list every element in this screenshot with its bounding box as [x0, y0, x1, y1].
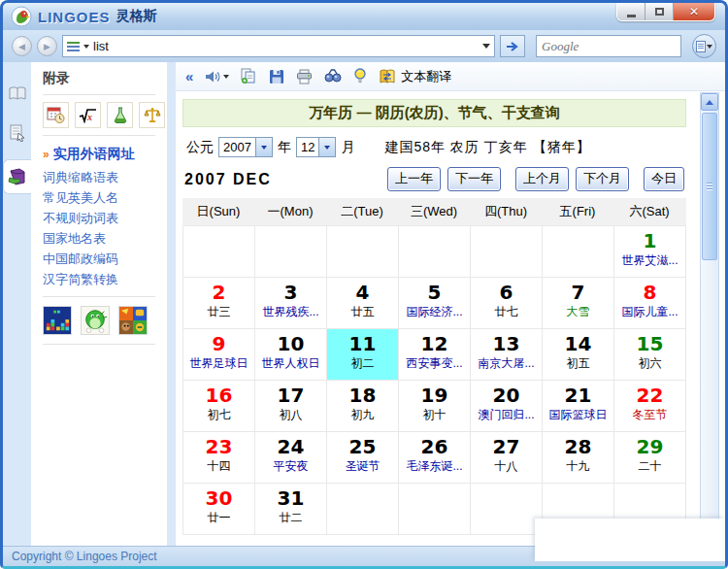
calendar-day-cell[interactable]: 20澳门回归... [471, 381, 543, 432]
prev-year-button[interactable]: 上一年 [387, 167, 441, 191]
day-label[interactable]: 南京大屠... [471, 355, 542, 372]
day-label: 廿七 [471, 304, 542, 320]
day-label[interactable]: 西安事变... [399, 355, 470, 372]
calendar-day-cell[interactable]: 31廿二 [255, 484, 327, 535]
calendar-day-cell[interactable]: 26毛泽东诞... [399, 432, 471, 484]
search-input[interactable] [93, 37, 479, 55]
calendar-tool-button[interactable] [43, 102, 69, 128]
calendar-day-cell[interactable]: 25圣诞节 [327, 432, 399, 484]
sidebar-link[interactable]: 不规则动词表 [43, 208, 167, 228]
splitter[interactable] [167, 62, 176, 546]
day-label[interactable]: 圣诞节 [327, 458, 398, 475]
calendar-day-cell[interactable]: 12西安事变... [399, 329, 471, 381]
prev-month-button[interactable]: 上个月 [515, 167, 569, 191]
day-number: 20 [471, 385, 542, 407]
next-year-button[interactable]: 下一年 [447, 167, 501, 191]
calendar-day-cell[interactable]: 13南京大屠... [471, 329, 543, 381]
calendar-day-cell[interactable]: 16初七 [183, 381, 255, 432]
search-type-dropdown-icon[interactable] [83, 45, 89, 49]
sidebar-link[interactable]: 国家地名表 [43, 228, 167, 249]
tab-appendix[interactable] [3, 159, 31, 194]
scroll-up-button[interactable] [701, 93, 718, 111]
day-label[interactable]: 国际经济... [399, 304, 470, 320]
blocks-game-icon[interactable] [43, 306, 72, 335]
today-button[interactable]: 今日 [644, 167, 684, 191]
sidebar-link[interactable]: 中国邮政编码 [43, 249, 167, 269]
sidebar-link[interactable]: 常见英美人名 [43, 187, 167, 208]
day-label[interactable]: 澳门回归... [471, 407, 542, 423]
sidebar-featured-link[interactable]: » 实用外语网址 [43, 146, 167, 163]
vertical-scrollbar[interactable] [700, 92, 719, 541]
calendar-day-cell[interactable]: 6廿七 [471, 278, 543, 329]
day-number: 16 [183, 385, 254, 407]
calendar-day-cell[interactable]: 1世界艾滋... [614, 226, 686, 278]
calendar-day-cell[interactable]: 5国际经济... [399, 278, 471, 329]
search-type-list-icon[interactable] [67, 42, 80, 51]
search-go-button[interactable] [500, 35, 525, 57]
speak-button[interactable] [205, 69, 229, 84]
sidebar-link[interactable]: 汉字简繁转换 [43, 269, 167, 289]
day-label[interactable]: 世界残疾... [255, 304, 326, 320]
calendar-day-cell[interactable]: 3世界残疾... [255, 278, 327, 329]
calendar-day-cell[interactable]: 28十九 [543, 432, 614, 484]
calendar-day-cell[interactable]: 22冬至节 [614, 381, 686, 432]
collapse-icon[interactable]: « [185, 69, 193, 84]
day-label[interactable]: 毛泽东诞... [399, 458, 470, 475]
minimize-button[interactable] [617, 3, 645, 20]
search-box[interactable] [62, 35, 495, 57]
day-label[interactable]: 国际篮球日 [543, 407, 613, 423]
calendar-day-cell[interactable]: 11初二 [327, 329, 399, 381]
sidebar-link[interactable]: 词典缩略语表 [43, 167, 167, 187]
calendar-day-cell[interactable]: 23十四 [183, 432, 255, 484]
day-label[interactable]: 平安夜 [255, 458, 326, 475]
speaker-dropdown-icon[interactable] [223, 75, 229, 79]
calendar-day-cell[interactable]: 15初六 [614, 329, 686, 381]
calendar-day-cell[interactable]: 4廿五 [327, 278, 399, 329]
save-button[interactable] [269, 69, 284, 84]
calendar-day-cell[interactable]: 2廿三 [183, 278, 255, 329]
day-label[interactable]: 世界足球日 [183, 355, 254, 372]
calendar-day-cell[interactable]: 29二十 [614, 432, 686, 484]
puzzle-game-icon[interactable] [118, 306, 148, 335]
google-search-box[interactable] [536, 35, 681, 57]
back-button[interactable]: ◀ [12, 36, 32, 56]
lamp-button[interactable] [353, 68, 367, 84]
math-tool-button[interactable]: x [75, 102, 101, 128]
year-select[interactable]: 2007 [218, 137, 273, 157]
calendar-day-cell[interactable]: 8国际儿童... [614, 278, 686, 329]
month-dropdown-button[interactable] [318, 138, 335, 156]
day-label[interactable]: 世界人权日 [255, 355, 326, 372]
print-button[interactable] [296, 69, 313, 84]
calendar-day-cell[interactable]: 17初八 [255, 381, 327, 432]
scales-tool-button[interactable] [139, 102, 165, 128]
day-label[interactable]: 世界艾滋... [614, 252, 685, 269]
copy-button[interactable] [241, 68, 257, 84]
calendar-day-cell[interactable]: 24平安夜 [255, 432, 327, 484]
tab-dictionary[interactable] [6, 82, 29, 107]
calendar-day-cell[interactable]: 14初五 [543, 329, 614, 381]
find-button[interactable] [324, 69, 342, 84]
day-label[interactable]: 国际儿童... [614, 304, 685, 320]
calendar-day-cell[interactable]: 21国际篮球日 [543, 381, 614, 432]
calendar-day-cell[interactable]: 7大雪 [543, 278, 614, 329]
maximize-button[interactable] [645, 3, 674, 20]
next-month-button[interactable]: 下个月 [576, 167, 629, 191]
chemistry-tool-button[interactable] [107, 102, 133, 128]
calendar-day-cell[interactable]: 9世界足球日 [183, 329, 255, 381]
calendar-day-cell[interactable]: 27十八 [471, 432, 543, 484]
google-search-input[interactable] [542, 39, 694, 54]
scrollbar-thumb[interactable] [702, 113, 717, 260]
calendar-day-cell[interactable]: 19初十 [399, 381, 471, 432]
close-button[interactable]: ✕ [674, 3, 714, 20]
year-dropdown-button[interactable] [255, 138, 272, 156]
text-translate-button[interactable]: 文本翻译 [379, 68, 451, 85]
calendar-day-cell[interactable]: 10世界人权日 [255, 329, 327, 381]
bubble-game-icon[interactable] [81, 306, 110, 335]
tab-notes[interactable] [6, 120, 29, 146]
forward-button[interactable]: ▶ [37, 36, 57, 56]
calendar-day-cell[interactable]: 18初九 [327, 381, 399, 432]
search-history-dropdown-icon[interactable] [482, 44, 490, 49]
main-menu-button[interactable] [692, 34, 716, 58]
calendar-day-cell[interactable]: 30廿一 [183, 484, 255, 535]
month-select[interactable]: 12 [296, 137, 336, 157]
